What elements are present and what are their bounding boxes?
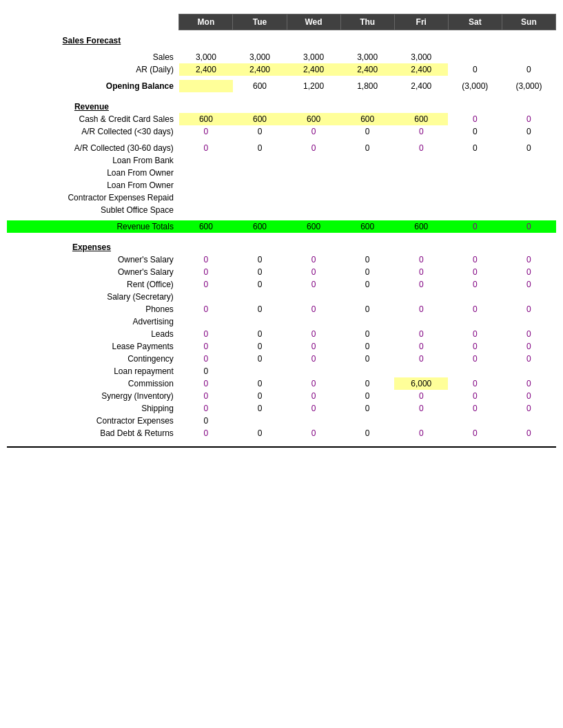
expense-val-8-3: 0 bbox=[340, 353, 394, 365]
expense-val-14-3: 0 bbox=[340, 427, 394, 439]
expense-row-label-6: Leads bbox=[7, 328, 179, 340]
revenue-totals-val-4: 600 bbox=[394, 220, 448, 233]
revenue-val-0-6: 0 bbox=[502, 113, 555, 125]
expense-val-11-1: 0 bbox=[233, 390, 287, 402]
revenue-totals-val-5: 0 bbox=[448, 220, 502, 233]
expense-row-label-1: Owner's Salary bbox=[7, 266, 179, 278]
revenue-row-label-7: Sublet Office Space bbox=[7, 204, 179, 216]
revenue-val-0-4: 600 bbox=[394, 113, 448, 125]
expense-val-1-1: 0 bbox=[233, 266, 287, 278]
expense-row-label-12: Shipping bbox=[7, 402, 179, 415]
expense-val-7-1: 0 bbox=[233, 340, 287, 353]
expense-val-0-1: 0 bbox=[233, 253, 287, 266]
expense-val-2-4: 0 bbox=[394, 278, 448, 291]
expense-val-6-1: 0 bbox=[233, 328, 287, 340]
expense-val-13-0: 0 bbox=[179, 415, 233, 427]
expense-val-4-1: 0 bbox=[233, 303, 287, 315]
expense-val-0-6: 0 bbox=[502, 253, 555, 266]
expense-val-10-5: 0 bbox=[448, 377, 502, 390]
expense-val-10-1: 0 bbox=[233, 377, 287, 390]
label-header bbox=[7, 14, 179, 30]
day-header-fri: Fri bbox=[394, 14, 448, 30]
opening-balance-val-3: 1,800 bbox=[340, 80, 394, 92]
sales-val-6 bbox=[502, 51, 555, 63]
expense-val-6-4: 0 bbox=[394, 328, 448, 340]
ar-daily-val-5: 0 bbox=[448, 63, 502, 76]
expense-val-8-5: 0 bbox=[448, 353, 502, 365]
revenue-totals-label: Revenue Totals bbox=[7, 220, 179, 233]
expense-val-12-0: 0 bbox=[179, 402, 233, 415]
expense-val-14-5: 0 bbox=[448, 427, 502, 439]
opening-balance-val-2: 1,200 bbox=[287, 80, 340, 92]
expense-val-11-3: 0 bbox=[340, 390, 394, 402]
expense-val-7-2: 0 bbox=[287, 340, 340, 353]
revenue-totals-val-6: 0 bbox=[502, 220, 555, 233]
expense-val-11-6: 0 bbox=[502, 390, 555, 402]
day-header-sun: Sun bbox=[502, 14, 555, 30]
expense-val-8-4: 0 bbox=[394, 353, 448, 365]
ar-daily-label: AR (Daily) bbox=[7, 63, 179, 76]
expense-val-8-2: 0 bbox=[287, 353, 340, 365]
expense-val-12-5: 0 bbox=[448, 402, 502, 415]
revenue-row-label-4: Loan From Owner bbox=[7, 167, 179, 179]
revenue-totals-val-1: 600 bbox=[233, 220, 287, 233]
sales-val-3: 3,000 bbox=[340, 51, 394, 63]
expense-val-1-6: 0 bbox=[502, 266, 555, 278]
expense-val-6-0: 0 bbox=[179, 328, 233, 340]
expense-val-4-0: 0 bbox=[179, 303, 233, 315]
expense-val-14-0: 0 bbox=[179, 427, 233, 439]
expense-val-4-2: 0 bbox=[287, 303, 340, 315]
opening-balance-label: Opening Balance bbox=[7, 80, 179, 92]
revenue-val-0-1: 600 bbox=[233, 113, 287, 125]
opening-balance-val-1: 600 bbox=[233, 80, 287, 92]
expense-val-7-6: 0 bbox=[502, 340, 555, 353]
opening-balance-val-4: 2,400 bbox=[394, 80, 448, 92]
expense-val-0-2: 0 bbox=[287, 253, 340, 266]
expenses-label: Expenses bbox=[7, 241, 179, 253]
opening-balance-val-6: (3,000) bbox=[502, 80, 555, 92]
expense-val-14-1: 0 bbox=[233, 427, 287, 439]
expense-val-10-2: 0 bbox=[287, 377, 340, 390]
ar-daily-val-2: 2,400 bbox=[287, 63, 340, 76]
expense-val-0-0: 0 bbox=[179, 253, 233, 266]
day-header-mon: Mon bbox=[179, 14, 233, 30]
expense-val-8-6: 0 bbox=[502, 353, 555, 365]
expense-val-12-2: 0 bbox=[287, 402, 340, 415]
expense-val-12-3: 0 bbox=[340, 402, 394, 415]
revenue-val-2-2: 0 bbox=[287, 142, 340, 154]
revenue-val-2-6: 0 bbox=[502, 142, 555, 154]
expense-val-7-5: 0 bbox=[448, 340, 502, 353]
expense-val-8-0: 0 bbox=[179, 353, 233, 365]
revenue-val-2-0: 0 bbox=[179, 142, 233, 154]
sales-forecast-label: Sales Forecast bbox=[7, 34, 179, 47]
revenue-val-1-2: 0 bbox=[287, 125, 340, 138]
expense-val-2-0: 0 bbox=[179, 278, 233, 291]
expense-val-14-2: 0 bbox=[287, 427, 340, 439]
expense-val-11-4: 0 bbox=[394, 390, 448, 402]
revenue-row-label-6: Contractor Expenses Repaid bbox=[7, 191, 179, 204]
revenue-val-0-5: 0 bbox=[448, 113, 502, 125]
spreadsheet: MonTueWedThuFriSatSunSales ForecastSales… bbox=[7, 14, 556, 448]
revenue-val-1-4: 0 bbox=[394, 125, 448, 138]
expense-val-4-4: 0 bbox=[394, 303, 448, 315]
expense-val-14-4: 0 bbox=[394, 427, 448, 439]
expense-val-0-4: 0 bbox=[394, 253, 448, 266]
expense-val-10-4: 6,000 bbox=[394, 377, 448, 390]
expense-row-label-0: Owner's Salary bbox=[7, 253, 179, 266]
expense-val-7-0: 0 bbox=[179, 340, 233, 353]
expense-val-4-5: 0 bbox=[448, 303, 502, 315]
ar-daily-val-1: 2,400 bbox=[233, 63, 287, 76]
expense-val-11-2: 0 bbox=[287, 390, 340, 402]
revenue-totals-val-2: 600 bbox=[287, 220, 340, 233]
expense-val-6-3: 0 bbox=[340, 328, 394, 340]
expense-row-label-11: Synergy (Inventory) bbox=[7, 390, 179, 402]
ar-daily-val-3: 2,400 bbox=[340, 63, 394, 76]
day-header-wed: Wed bbox=[287, 14, 340, 30]
expense-val-0-5: 0 bbox=[448, 253, 502, 266]
expense-val-6-6: 0 bbox=[502, 328, 555, 340]
revenue-val-1-3: 0 bbox=[340, 125, 394, 138]
expense-val-6-5: 0 bbox=[448, 328, 502, 340]
expense-row-label-2: Rent (Office) bbox=[7, 278, 179, 291]
revenue-totals-val-3: 600 bbox=[340, 220, 394, 233]
ar-daily-val-4: 2,400 bbox=[394, 63, 448, 76]
